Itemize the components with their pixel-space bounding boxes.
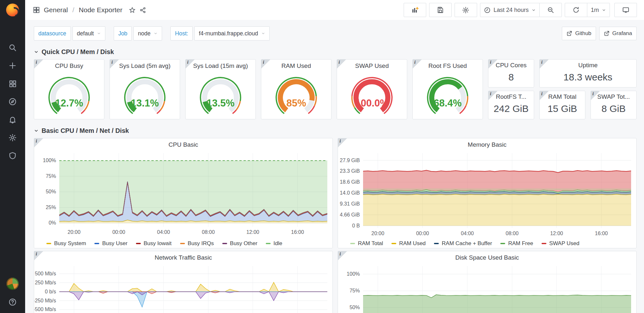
panel-ram-total: i RAM Total 15 GiB <box>539 91 585 119</box>
legend-item[interactable]: SWAP Used <box>542 240 580 247</box>
search-icon <box>8 43 17 52</box>
sidebar-item-configuration[interactable] <box>0 129 25 147</box>
panel-title[interactable]: Memory Basic <box>338 138 636 149</box>
panel-info-icon[interactable]: i <box>261 60 270 69</box>
row-header-basic[interactable]: Basic CPU / Mem / Net / Disk <box>34 125 637 136</box>
panel-title[interactable]: CPU Basic <box>34 138 332 149</box>
legend-item[interactable]: Busy IRQs <box>180 240 214 247</box>
panel-title[interactable]: CPU Busy <box>34 60 104 70</box>
sidebar-item-server-admin[interactable] <box>0 147 25 165</box>
time-range-label: Last 24 hours <box>494 7 529 14</box>
gauge-viz: 100.0% <box>337 70 407 118</box>
panel-info-icon[interactable]: i <box>186 60 195 69</box>
panel-info-icon[interactable]: i <box>34 60 43 69</box>
legend-item[interactable]: Busy Other <box>222 240 257 247</box>
panel-info-icon[interactable]: i <box>338 251 347 260</box>
external-link-icon <box>604 31 610 36</box>
gear-icon <box>462 6 469 14</box>
stat-value: 8 <box>488 72 534 83</box>
panel-info-icon[interactable]: i <box>488 91 497 100</box>
dashboards-grid-icon <box>8 79 17 88</box>
external-link-icon <box>566 31 572 36</box>
sidebar-item-search[interactable] <box>0 39 25 57</box>
time-range-picker[interactable]: Last 24 hours <box>480 3 540 17</box>
panel-title[interactable]: Disk Space Used Basic <box>338 251 636 262</box>
panel-title[interactable]: SWAP Used <box>337 60 407 70</box>
quick-stats-block: i CPU Cores 8 i Uptime 18.3 weeks i Root… <box>488 59 637 119</box>
dashboard-settings-button[interactable] <box>455 3 477 17</box>
sidebar-bottom <box>0 278 25 313</box>
row-header-quick[interactable]: Quick CPU / Mem / Disk <box>34 46 637 57</box>
quick-row: i CPU Busy 12.7% i Sys Load (5m avg) 13.… <box>34 59 637 119</box>
breadcrumb-folder[interactable]: General <box>44 6 68 14</box>
panel-title[interactable]: RAM Used <box>261 60 331 70</box>
panel-disk-space-used-basic: i Disk Space Used Basic 20:0000:0004:000… <box>338 251 637 313</box>
panel-info-icon[interactable]: i <box>591 91 600 100</box>
svg-text:250 Mb/s: 250 Mb/s <box>35 280 56 285</box>
monitor-icon <box>622 6 630 14</box>
variable-value: node <box>138 30 150 37</box>
panel-info-icon[interactable]: i <box>337 60 346 69</box>
legend-item[interactable]: Busy Iowait <box>136 240 172 247</box>
panel-info-icon[interactable]: i <box>34 138 43 147</box>
panel-title[interactable]: Root FS Used <box>413 60 483 70</box>
grafana-logo[interactable] <box>5 2 21 18</box>
svg-text:75%: 75% <box>46 173 56 179</box>
network-traffic-chart: 20:0000:0004:0008:0012:0016:00500 Mb/s25… <box>34 262 332 313</box>
svg-text:20:00: 20:00 <box>68 229 81 235</box>
user-avatar[interactable] <box>6 278 19 290</box>
panel-title[interactable]: Uptime <box>540 60 636 70</box>
add-panel-button[interactable] <box>404 3 426 17</box>
legend-item[interactable]: Idle <box>266 240 282 247</box>
refresh-icon <box>572 6 580 14</box>
panel-info-icon[interactable]: i <box>540 91 549 100</box>
legend-item[interactable]: RAM Used <box>391 240 426 247</box>
grafana-link-button[interactable]: Grafana <box>599 27 637 40</box>
cpu-basic-chart: 20:0000:0004:0008:0012:0016:00100%75%50%… <box>34 149 332 239</box>
legend-item[interactable]: RAM Cache + Buffer <box>434 240 492 247</box>
sidebar-item-alerting[interactable] <box>0 111 25 129</box>
panel-title[interactable]: Sys Load (5m avg) <box>110 60 180 70</box>
panel-info-icon[interactable]: i <box>34 251 43 260</box>
sidebar-item-dashboards[interactable] <box>0 75 25 93</box>
sidebar-item-explore[interactable] <box>0 93 25 111</box>
panel-title[interactable]: Network Traffic Basic <box>34 251 332 262</box>
dashboard-links: Github Grafana <box>562 27 637 40</box>
github-link-button[interactable]: Github <box>562 27 596 40</box>
bell-icon <box>8 115 17 124</box>
refresh-interval-picker[interactable]: 1m <box>587 3 610 17</box>
panel-sys-load-15m: i Sys Load (15m avg) 13.5% <box>185 59 256 119</box>
legend-item[interactable]: RAM Free <box>500 240 533 247</box>
variable-label: Host: <box>170 26 193 41</box>
panel-swap-used: i SWAP Used 100.0% <box>337 59 407 119</box>
panel-info-icon[interactable]: i <box>413 60 422 69</box>
legend-item[interactable]: Busy User <box>94 240 127 247</box>
variable-value-dropdown[interactable]: f4-mumbai.frappe.cloud <box>194 26 270 41</box>
sidebar <box>0 0 25 313</box>
refresh-button[interactable] <box>565 3 587 17</box>
panel-info-icon[interactable]: i <box>488 60 497 69</box>
variable-label: Job <box>114 26 132 41</box>
stat-value: 8 GiB <box>591 103 636 114</box>
svg-text:20:00: 20:00 <box>371 231 384 236</box>
legend-item[interactable]: RAM Total <box>350 240 383 247</box>
clock-icon <box>484 7 491 14</box>
zoom-out-time-button[interactable] <box>540 3 562 17</box>
variable-value-dropdown[interactable]: node <box>133 26 162 41</box>
variable-value-dropdown[interactable]: default <box>72 26 106 41</box>
panel-info-icon[interactable]: i <box>338 138 347 147</box>
star-icon[interactable] <box>129 7 136 14</box>
share-icon[interactable] <box>139 7 146 14</box>
kiosk-mode-button[interactable] <box>614 3 637 17</box>
svg-text:13.5%: 13.5% <box>207 97 235 108</box>
panel-title[interactable]: Sys Load (15m avg) <box>186 60 255 70</box>
svg-text:100%: 100% <box>43 158 56 163</box>
breadcrumb-dashboard-title[interactable]: Node Exporter <box>79 6 122 14</box>
save-dashboard-button[interactable] <box>429 3 452 17</box>
panel-swap-total: i SWAP Tot... 8 GiB <box>591 91 637 119</box>
legend-item[interactable]: Busy System <box>46 240 86 247</box>
panel-info-icon[interactable]: i <box>110 60 119 69</box>
sidebar-item-create[interactable] <box>0 57 25 75</box>
sidebar-item-help[interactable] <box>0 296 25 308</box>
panel-info-icon[interactable]: i <box>540 60 549 69</box>
